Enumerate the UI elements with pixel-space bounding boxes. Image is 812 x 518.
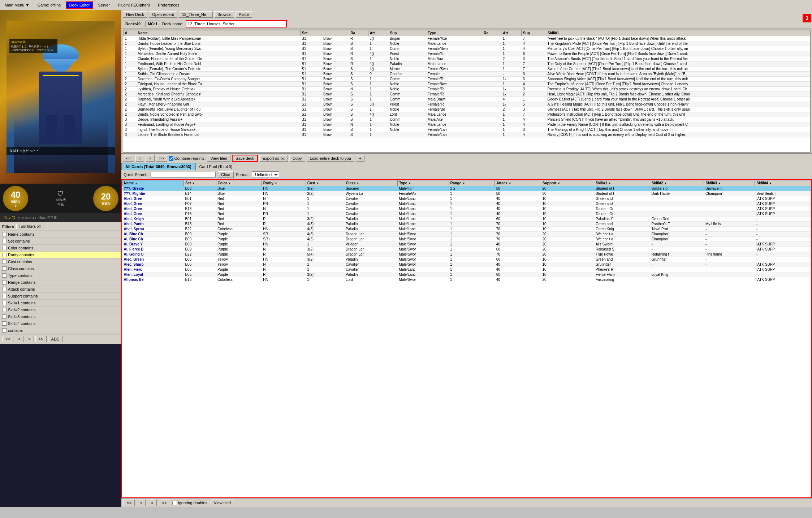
current-deck-btn[interactable]: 12_Three_He... <box>179 11 213 18</box>
table-row[interactable]: 2 Edelgard, House Leader of the Black Ea… <box>124 82 810 87</box>
card-pool-tab[interactable]: Card Pool (Total:0) <box>195 163 237 170</box>
card-pool-table[interactable]: Name ▲ Set ▼ Color ▼ Rarity ▼ Cost ▼ Cla… <box>121 179 812 498</box>
save-deck-btn[interactable]: Save deck <box>232 155 258 162</box>
pool-col-cost[interactable]: Cost ▼ <box>306 180 344 186</box>
col-type2[interactable]: Type <box>426 30 482 36</box>
filter-class[interactable]: Class contains <box>0 265 121 272</box>
filter-set-checkbox[interactable] <box>2 239 7 243</box>
pool-col-support[interactable]: Support ▼ <box>541 180 594 186</box>
pool-col-skill2[interactable]: Skill#2 ▼ <box>650 180 704 186</box>
filter-skill2[interactable]: Skill#2 contains <box>0 307 121 313</box>
deck-name-input[interactable] <box>186 20 287 27</box>
all-cards-tab[interactable]: All Cards (Total:3649, Shown:3003) <box>121 163 195 170</box>
filter-rarity[interactable]: Rarity contains <box>0 252 121 258</box>
pool-col-range[interactable]: Range ▼ <box>449 180 495 186</box>
table-row[interactable]: 3 Leonie, The Blade Breaker's Foremost B… <box>124 132 810 137</box>
table-row[interactable]: 2 Dimitri, Noble Schooled in Pen and Swo… <box>124 112 810 117</box>
pool-col-color[interactable]: Color ▼ <box>216 180 262 186</box>
filter-skill3-checkbox[interactable] <box>2 314 7 319</box>
table-row[interactable]: 1 Dimitri, House Leader of the Blue Lion… <box>124 41 810 46</box>
browse-btn[interactable]: Browse <box>214 11 234 18</box>
list-item[interactable]: Al, Blue Ch B09 Purple SR 4(3) Dragon Lo… <box>122 232 811 237</box>
pool-next-btn[interactable]: > <box>148 500 156 506</box>
load-entire-deck-btn[interactable]: Load entire deck to you <box>307 155 354 162</box>
filter-contains-checkbox[interactable] <box>2 328 7 333</box>
filter-attack[interactable]: Attack contains <box>0 286 121 293</box>
list-item[interactable]: Al, Blue Ch B09 Purple SR+ 4(3) Dragon L… <box>122 237 811 242</box>
table-row[interactable]: 2 Flayn, Monastery-Inhabiting Girl S1 Br… <box>124 102 810 107</box>
col-rarity[interactable]: Ra <box>349 30 368 36</box>
col-set[interactable]: Set <box>300 30 322 36</box>
col-sup[interactable]: Sup <box>522 30 546 36</box>
game-offline-btn[interactable]: Game: offline <box>34 2 64 8</box>
filter-type[interactable]: Type contains <box>0 272 121 279</box>
list-item[interactable]: ???, Mightie B14 Blue HN 3(2) Wyvern Lo … <box>122 191 811 196</box>
filter-skill1[interactable]: Skill#1 contains <box>0 300 121 307</box>
table-row[interactable]: 3 Ferdinand, Lordling of House Aegir+ B1… <box>124 122 810 127</box>
list-item[interactable]: Alec, Green B06 Yellow HN 3(2) Paladin M… <box>122 257 811 262</box>
list-item[interactable]: ???, Greate B08 Blue HN 3(2) Sorcerer Ma… <box>122 186 811 191</box>
filter-next-btn[interactable]: > <box>25 336 34 342</box>
next-next-btn[interactable]: >> <box>156 155 167 162</box>
search-clear-btn[interactable]: Clear <box>218 171 234 178</box>
filter-range[interactable]: Range contains <box>0 279 121 286</box>
table-row[interactable]: 3 Ingrid, The Hope of House Galatea+ B1 … <box>124 127 810 132</box>
filter-skill4-checkbox[interactable] <box>2 321 7 326</box>
pool-col-class[interactable]: Class ▼ <box>344 180 397 186</box>
filter-name[interactable]: Name contains <box>0 231 121 238</box>
list-item[interactable]: Abel, Gree B13 Red N 1 Cavalier Male/Lan… <box>122 206 811 211</box>
col-name[interactable]: Name <box>136 30 300 36</box>
filter-prev-prev-btn[interactable]: << <box>2 336 13 342</box>
filter-support[interactable]: Support contains <box>0 293 121 300</box>
export-as-txt-btn[interactable]: Export as txt <box>259 155 288 162</box>
prev-btn[interactable]: < <box>135 155 144 162</box>
plus-btn[interactable]: + <box>356 155 364 162</box>
table-row[interactable]: 1 Sothis, Girl Glimpsed in a Dream S1 Br… <box>124 72 810 77</box>
copy-btn[interactable]: Copy <box>289 155 305 162</box>
next-btn[interactable]: > <box>146 155 154 162</box>
filter-skill1-checkbox[interactable] <box>2 301 7 305</box>
server-btn[interactable]: Server <box>95 2 113 8</box>
filter-cost-checkbox[interactable] <box>2 260 7 264</box>
table-row[interactable]: 3 Dedue, Intimidating Vassal+ B1 Brow S … <box>124 117 810 122</box>
list-item[interactable]: Abel, Panth B13 Red R 4(3) Paladin Male/… <box>122 222 811 227</box>
col-range[interactable]: Ra <box>482 30 501 36</box>
table-row[interactable]: 1 Byleth (Female), The Creator's Entrust… <box>124 67 810 72</box>
filter-name-checkbox[interactable] <box>2 232 7 236</box>
filter-skill4[interactable]: Skill#4 contains <box>0 320 121 327</box>
pool-prev-btn[interactable]: < <box>137 500 146 506</box>
deck-card-table[interactable]: # Name Set Ra Att Sup Type Ra Att Sup Sk… <box>123 30 811 153</box>
list-item[interactable]: Alen, Fierc B05 Purple N 1 Cavalier Male… <box>122 267 811 272</box>
open-recent-btn[interactable]: Open recent <box>149 11 177 18</box>
filter-class-checkbox[interactable] <box>2 266 7 271</box>
quick-search-input[interactable] <box>151 172 216 177</box>
list-item[interactable]: Al, Fierce B B09 Purple N 3(2) Dragon Lo… <box>122 247 811 252</box>
filter-next-next-btn[interactable]: >> <box>35 336 47 342</box>
col-color[interactable] <box>322 30 349 36</box>
pool-prev-prev-btn[interactable]: << <box>124 500 135 506</box>
pool-col-set[interactable]: Set ▼ <box>183 180 216 186</box>
list-item[interactable]: Al, Going O B22 Purple R 5(4) Dragon Lor… <box>122 252 811 257</box>
filter-cost[interactable]: Cost contains <box>0 258 121 265</box>
pool-col-skill3[interactable]: Skill#3 ▼ <box>704 180 755 186</box>
table-row[interactable]: 1 Mercedes, Gentle-Auraed Holy Smile B1 … <box>124 51 810 56</box>
pool-col-rarity[interactable]: Rarity ▼ <box>262 180 306 186</box>
table-row[interactable]: 1 Byleth (Female), Young Mercenary Swo S… <box>124 46 810 51</box>
filter-attack-checkbox[interactable] <box>2 287 7 291</box>
col-att[interactable]: Att <box>501 30 522 36</box>
filter-prev-btn[interactable]: < <box>15 336 23 342</box>
filter-skill3[interactable]: Skill#3 contains <box>0 313 121 320</box>
turn-filters-off-btn[interactable]: Turn filters off <box>16 224 43 229</box>
table-row[interactable]: 1 Hilda (Fodlan), Little Miss Pampersome… <box>124 36 810 41</box>
table-row[interactable]: 1 Claude, House Leader of the Golden De … <box>124 56 810 61</box>
col-cost[interactable]: Att <box>368 30 388 36</box>
pool-col-skill4[interactable]: Skill#4 ▼ <box>755 180 811 186</box>
view-tiled-btn[interactable]: View tiled <box>207 155 230 162</box>
list-item[interactable]: Alec, Sharp B06 Yellow N 1 Cavalier Male… <box>122 262 811 267</box>
table-row[interactable]: 2 Raphael, Youth With a Big Appetite+ B1… <box>124 97 810 102</box>
list-item[interactable]: Abel, Gree B01 Red N 1 Cavalier Male/Lan… <box>122 196 811 201</box>
paste-btn[interactable]: Paste <box>236 11 252 18</box>
filter-contains[interactable]: contains <box>0 327 121 334</box>
list-item[interactable]: Alfonse, Be B13 Colorless HN 1 Lord Male… <box>122 277 811 282</box>
filter-rarity-checkbox[interactable] <box>2 253 7 257</box>
